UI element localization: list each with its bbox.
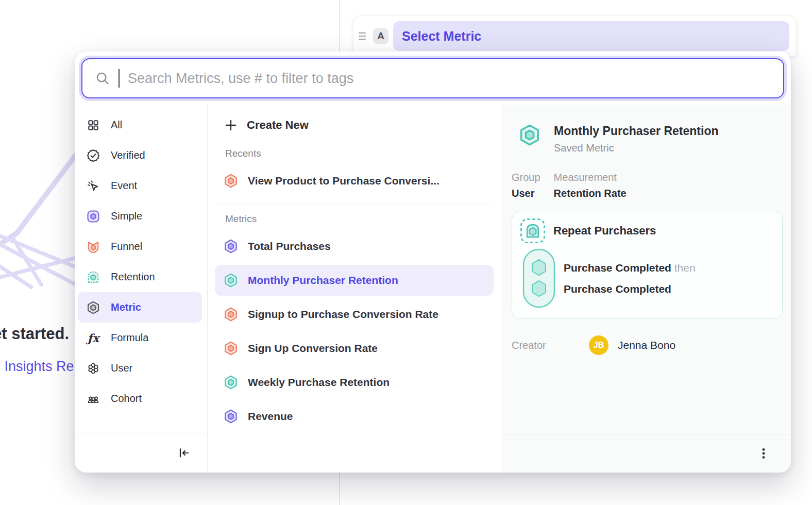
metric-header-bar: A Select Metric bbox=[353, 15, 797, 57]
metric-item-label: Sign Up Conversion Rate bbox=[248, 342, 378, 355]
measurement-value: Retention Rate bbox=[554, 188, 627, 199]
recents-header: Recents bbox=[225, 148, 494, 159]
sidebar-item-label: Funnel bbox=[111, 241, 142, 252]
kebab-menu-icon bbox=[757, 447, 770, 460]
sidebar-item-label: User bbox=[111, 362, 132, 374]
metric-hexagon-icon bbox=[223, 239, 239, 254]
metric-item[interactable]: Monthly Purchaser Retention bbox=[215, 265, 494, 296]
metric-item[interactable]: Revenue bbox=[215, 401, 494, 432]
metric-hexagon-icon bbox=[223, 341, 239, 356]
metric-hexagon-icon bbox=[223, 375, 239, 390]
creator-label: Creator bbox=[512, 340, 589, 351]
search-icon bbox=[95, 71, 110, 86]
sidebar-item-label: Cohort bbox=[111, 393, 142, 405]
sidebar-item-label: Simple bbox=[111, 210, 142, 222]
sidebar-item-cohort[interactable]: Cohort bbox=[78, 383, 202, 414]
background-link-fragment[interactable]: e Insights Re bbox=[0, 359, 74, 375]
sidebar-item-label: Event bbox=[111, 180, 137, 192]
definition-name: Repeat Purchasers bbox=[553, 224, 656, 238]
sidebar-item-metric[interactable]: Metric bbox=[78, 292, 202, 323]
sidebar-item-event[interactable]: Event bbox=[78, 171, 202, 201]
app-background: et started. e Insights Re A Select Metri… bbox=[0, 0, 812, 505]
creator-name: Jenna Bono bbox=[618, 339, 675, 351]
search-input[interactable] bbox=[128, 71, 771, 87]
drag-handle-icon[interactable] bbox=[359, 32, 369, 40]
metric-item[interactable]: Sign Up Conversion Rate bbox=[215, 333, 494, 364]
sidebar-item-simple[interactable]: Simple bbox=[78, 201, 202, 231]
series-a-badge: A bbox=[373, 28, 388, 44]
behavior-connector: then bbox=[674, 262, 696, 274]
group-value: User bbox=[512, 188, 540, 199]
detail-title: Monthly Purchaser Retention bbox=[554, 123, 718, 138]
behavior-steps-icon bbox=[522, 248, 555, 308]
behavior-steps: Purchase Completed then Purchase Complet… bbox=[564, 257, 696, 299]
collapse-left-icon bbox=[177, 446, 191, 460]
saved-behavior-icon bbox=[519, 217, 546, 244]
behavior-step-1: Purchase Completed bbox=[564, 262, 671, 274]
retention-arch-icon bbox=[86, 270, 100, 284]
grid-icon bbox=[86, 118, 100, 132]
group-label: Group bbox=[512, 172, 540, 183]
creator-avatar: JB bbox=[589, 335, 608, 355]
select-metric-button[interactable]: Select Metric bbox=[393, 21, 789, 51]
sidebar-item-formula[interactable]: ƒx Formula bbox=[78, 323, 202, 353]
create-new-label: Create New bbox=[247, 119, 309, 132]
sidebar-footer bbox=[75, 433, 207, 473]
sidebar-item-retention[interactable]: Retention bbox=[78, 262, 202, 292]
recent-item[interactable]: View Product to Purchase Conversi... bbox=[215, 165, 494, 196]
metric-item[interactable]: Total Purchases bbox=[215, 231, 494, 262]
metric-item-label: Revenue bbox=[248, 410, 293, 423]
background-heading-fragment: et started. bbox=[0, 325, 69, 343]
behavior-step-2: Purchase Completed bbox=[564, 283, 671, 295]
sidebar-item-label: All bbox=[111, 119, 122, 131]
funnel-hexagon-icon bbox=[86, 240, 100, 254]
metric-item[interactable]: Weekly Purchase Retention bbox=[215, 367, 494, 398]
search-bar[interactable] bbox=[81, 58, 784, 98]
metric-hexagon-icon bbox=[223, 173, 239, 189]
metric-list-column: Create New Recents View Product to Purch… bbox=[208, 105, 502, 473]
cohort-people-icon bbox=[86, 392, 100, 406]
detail-type-label: Saved Metric bbox=[554, 142, 718, 154]
simple-hexagon-icon bbox=[86, 209, 100, 224]
plus-icon bbox=[224, 119, 238, 132]
metrics-list: Total Purchases Monthly Purchaser Retent… bbox=[215, 231, 494, 432]
measurement-label: Measurement bbox=[554, 172, 627, 183]
metric-item-label: Signup to Purchase Conversion Rate bbox=[248, 308, 438, 321]
create-new-button[interactable]: Create New bbox=[215, 111, 494, 140]
metric-item-label: Monthly Purchaser Retention bbox=[248, 274, 398, 287]
metric-picker-modal: All Verified bbox=[75, 52, 791, 473]
user-cluster-icon bbox=[86, 361, 100, 376]
metric-item-label: Weekly Purchase Retention bbox=[248, 376, 390, 389]
select-metric-label: Select Metric bbox=[402, 29, 481, 44]
verified-badge-icon bbox=[86, 148, 100, 163]
more-options-button[interactable] bbox=[754, 444, 773, 463]
section-divider bbox=[216, 205, 493, 205]
formula-fx-icon: ƒx bbox=[86, 331, 100, 345]
metric-item-label: Total Purchases bbox=[248, 240, 331, 252]
definition-card: Repeat Purchasers Purchase Completed the… bbox=[512, 211, 783, 319]
sidebar-item-label: Retention bbox=[111, 271, 155, 283]
collapse-sidebar-button[interactable] bbox=[174, 443, 194, 463]
metric-hexagon-icon bbox=[223, 307, 239, 322]
metric-hexagon-icon bbox=[223, 273, 239, 288]
category-sidebar: All Verified bbox=[75, 105, 208, 473]
sidebar-item-label: Verified bbox=[111, 149, 145, 161]
metrics-header: Metrics bbox=[225, 213, 494, 225]
sidebar-item-funnel[interactable]: Funnel bbox=[78, 231, 202, 262]
metric-hexagon-icon bbox=[223, 409, 239, 424]
sidebar-item-user[interactable]: User bbox=[78, 353, 202, 383]
metric-detail-panel: Monthly Purchaser Retention Saved Metric… bbox=[502, 105, 791, 473]
sidebar-item-all[interactable]: All bbox=[78, 110, 202, 140]
metric-item[interactable]: Signup to Purchase Conversion Rate bbox=[215, 299, 494, 330]
sidebar-item-verified[interactable]: Verified bbox=[78, 140, 202, 171]
sidebar-item-label: Formula bbox=[111, 332, 148, 344]
detail-footer bbox=[502, 434, 791, 473]
recent-item-label: View Product to Purchase Conversi... bbox=[248, 175, 439, 187]
cursor-sparkle-icon bbox=[86, 179, 100, 193]
metric-hexagon-icon bbox=[86, 300, 100, 315]
text-caret bbox=[119, 69, 120, 88]
sidebar-item-label: Metric bbox=[111, 301, 141, 313]
metric-hexagon-icon bbox=[518, 123, 542, 154]
